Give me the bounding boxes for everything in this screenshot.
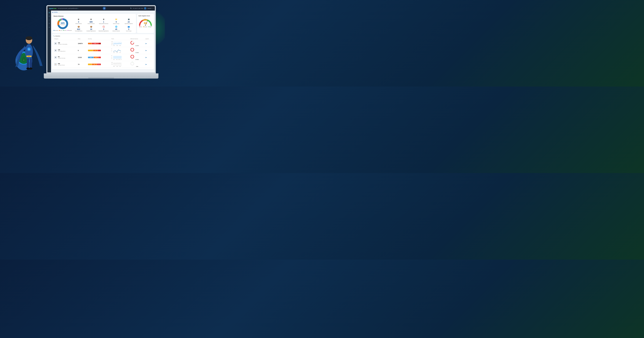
pm-launch-cell[interactable]: ➤ — [144, 61, 152, 68]
svg-text:200%: 200% — [111, 41, 113, 42]
nav-datetime: Fri Jul 07 1:36 / PM — [133, 8, 143, 9]
pm-ring — [130, 62, 134, 66]
sidebar-icon-grid[interactable]: ⊞ — [48, 15, 50, 17]
nav-avatar[interactable]: 👤 — [144, 7, 146, 10]
svg-text:1%: 1% — [111, 58, 112, 59]
svg-point-23 — [29, 68, 32, 70]
laptop-screen: sanernow Managing Account1_sp1rtryw0lomu… — [46, 5, 156, 74]
search-icon[interactable]: 🔍 — [130, 8, 132, 9]
svg-text:10: 10 — [111, 50, 112, 50]
total-apps-label: Total Applications — [75, 30, 82, 32]
detection-section: 🔍 Detection Category Risks Severity Tren… — [52, 34, 154, 69]
svg-text:06/01: 06/01 — [116, 45, 118, 46]
stat-device-groups[interactable]: 📁 9 Device Groups — [110, 18, 122, 24]
cm-affected-cell: 670/685 — [130, 47, 144, 54]
user-groups-number: 5 — [128, 28, 129, 30]
pa-sev-medium: 6247 — [94, 57, 98, 58]
cm-category[interactable]: ⚙ CM Misconfigurations — [54, 49, 76, 52]
pm-trend-cell: 200K 100K 06/01 06/01 07/01 — [110, 61, 130, 68]
breadcrumb-back-icon[interactable]: ◀ — [52, 12, 53, 13]
nav-user-chevron: ▾ — [153, 8, 153, 9]
vm-trend-cell: 200% 100% 50% 06/01 06/01 07/01 — [110, 40, 130, 47]
svg-text:S: S — [28, 48, 30, 50]
cm-launch-cell[interactable]: ➤ — [144, 47, 152, 54]
svg-text:100: 100 — [151, 26, 152, 26]
stat-total-apps[interactable]: 📦 822 Total Applications — [73, 25, 84, 32]
vm-name: Software Vulnerability — [58, 44, 67, 45]
col-launch: Launch — [144, 38, 152, 40]
svg-point-54 — [131, 48, 134, 51]
stat-os[interactable]: 💻 22 Operating Systems — [123, 18, 134, 24]
pa-code: PA — [58, 56, 65, 58]
brand-saner: saner — [49, 8, 53, 10]
pa-icon: ⚙ — [54, 56, 57, 59]
breadcrumb: ◀ Visibility — [52, 12, 154, 13]
pa-affected-cell: 670/685 — [130, 54, 144, 61]
network-subnets-number: 45 — [115, 28, 117, 30]
col-severity: Severity — [87, 38, 110, 40]
stat-user-groups[interactable]: 👥 5 User Groups — [123, 25, 134, 32]
sidebar-icon-home[interactable]: ▤ — [48, 11, 50, 14]
cyber-hygiene-title: Cyber Hygiene Score — [138, 15, 152, 16]
pm-affected-text: 1/685 — [130, 66, 144, 67]
detection-search-icon[interactable]: 🔍 — [53, 36, 55, 37]
breadcrumb-label: Visibility — [54, 12, 58, 13]
brand-now: now — [53, 8, 56, 10]
pm-category[interactable]: 📋 PM Missing Policies — [54, 63, 76, 66]
vm-launch-cell[interactable]: ➤ — [144, 40, 152, 47]
vm-category[interactable]: ⚙ VM Software Vulnerability — [54, 42, 76, 45]
pm-severity-bar: 41 25 — [88, 64, 101, 65]
pm-risks: 74 — [78, 64, 79, 65]
stat-network-subnets[interactable]: 🌐 45 Network Subnets — [110, 25, 122, 32]
stat-blacklisted-apps[interactable]: 🚫 3 Blacklisted Applications — [98, 25, 109, 32]
pa-sev-low: 4099 — [88, 57, 94, 58]
vm-ring — [130, 41, 134, 45]
vm-sev-high: 137587 — [92, 43, 98, 44]
vm-risks: 194979 — [78, 43, 82, 44]
active-devices-icon: 🖥 — [77, 18, 80, 21]
vm-affected-cell: 512/685 — [130, 40, 144, 47]
stat-outdated-apps[interactable]: 📦 16 Outdated Applications — [86, 25, 97, 32]
pm-sev-low — [88, 64, 92, 65]
legend-network: Network — [68, 30, 72, 31]
outdated-apps-icon: 📦 — [90, 25, 92, 28]
svg-text:07/02: 07/02 — [120, 59, 122, 60]
laptop-wrapper: sanernow Managing Account1_sp1rtryw0lomu… — [44, 5, 158, 82]
stat-newly-added[interactable]: 🖥 1 Newly Added Devices — [98, 18, 109, 24]
nav-right: 🔍 Fri Jul 07 1:36 / PM 👤 Manitch ▾ — [130, 7, 153, 10]
svg-rect-67 — [113, 62, 122, 66]
network-subnets-label: Network Subnets — [112, 30, 120, 32]
svg-text:0: 0 — [139, 26, 140, 26]
svg-text:5%: 5% — [111, 55, 112, 56]
pa-sparkline: 5% 3% 1% 06/11 06/19 06/25 07/02 — [111, 55, 122, 60]
stat-active-devices[interactable]: 🖥 0 Active Devices — [73, 18, 84, 24]
nav-globe-button[interactable]: ⊕ — [103, 7, 106, 10]
pm-sev-medium: 41 — [92, 64, 97, 65]
vm-launch-button[interactable]: ➤ — [145, 42, 147, 44]
total-apps-number: 822 — [77, 28, 80, 30]
stat-inactive-devices[interactable]: 🖥 685 Inactive Devices — [86, 18, 97, 24]
nav-managing-label: Managing — [58, 8, 63, 9]
pa-launch-cell[interactable]: ➤ — [144, 54, 152, 61]
pm-launch-button[interactable]: ➤ — [145, 63, 147, 66]
detection-title: Detection — [55, 36, 60, 37]
device-universe-panel: Device Universe — [52, 14, 136, 33]
cm-launch-button[interactable]: ➤ — [145, 50, 147, 52]
sidebar-icon-cloud[interactable]: ☁ — [48, 26, 50, 28]
svg-text:07/01: 07/01 — [119, 45, 121, 46]
svg-text:100%: 100% — [111, 43, 113, 44]
pa-launch-button[interactable]: ➤ — [145, 56, 147, 58]
legend-low: Low — [140, 26, 142, 27]
gauge-container: 0 50 100 68 — [138, 18, 152, 26]
donut-chart: 685 Total Devices — [57, 18, 68, 30]
pm-icon: 📋 — [54, 63, 57, 66]
nav-account[interactable]: Account1_sp1rtryw0lomudu — [63, 8, 77, 9]
os-label: Operating Systems — [124, 23, 133, 24]
pa-category[interactable]: ⚙ PA Posture Anomaly — [54, 56, 76, 59]
svg-point-71 — [131, 62, 134, 65]
newly-added-icon: 🖥 — [102, 18, 105, 21]
sidebar-icon-gear[interactable]: ⚙ — [48, 22, 50, 24]
blacklisted-apps-icon: 🚫 — [102, 25, 105, 28]
sidebar-icon-alert[interactable]: △ — [48, 18, 50, 21]
cyber-hygiene-panel: Cyber Hygiene Score — [137, 14, 154, 33]
